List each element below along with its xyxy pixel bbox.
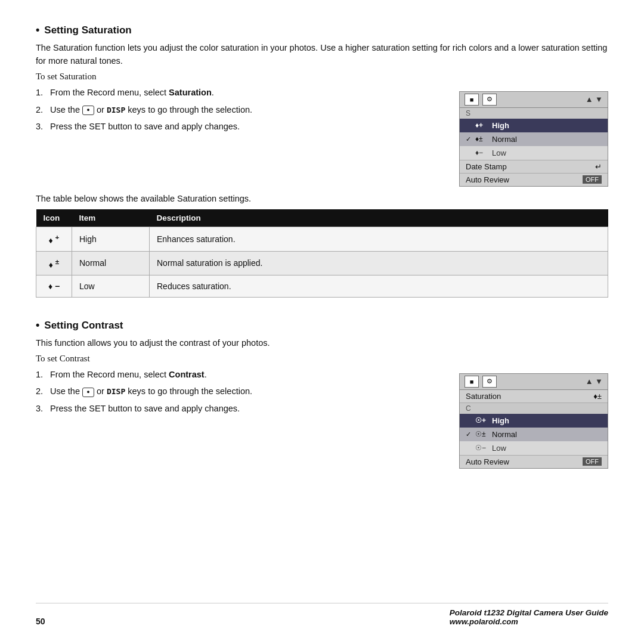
footer-brand-text: Polaroid t1232 Digital Camera User Guide bbox=[450, 608, 608, 617]
cam-con-normal: ✓ ☉± Normal bbox=[460, 428, 608, 441]
cam-con-header-icons: ■ ⚙ bbox=[465, 376, 497, 388]
cam-con-saturation-row: Saturation ♦± bbox=[460, 390, 608, 403]
contrast-sub-title: To set Contrast bbox=[36, 354, 608, 364]
cam-con-high-label: High bbox=[492, 416, 509, 425]
con-step-2: 2. Use the ● or DISP keys to go through … bbox=[36, 384, 441, 399]
bullet-icon: • bbox=[36, 24, 39, 36]
camera-icon-box: ■ bbox=[465, 94, 479, 106]
saturation-steps-with-ui: 1. From the Record menu, select Saturati… bbox=[36, 85, 608, 187]
table-row: ♦ ± Normal Normal saturation is applied. bbox=[36, 251, 608, 275]
cam-sat-header: ■ ⚙ ▲ ▼ bbox=[460, 92, 608, 108]
item-low: Low bbox=[72, 275, 150, 298]
contrast-body: This function allows you to adjust the c… bbox=[36, 336, 608, 349]
col-icon: Icon bbox=[36, 209, 72, 227]
icon-low: ♦ − bbox=[36, 275, 72, 298]
cam-arrows: ▲ ▼ bbox=[586, 95, 603, 104]
table-intro-text: The table below shows the available Satu… bbox=[36, 194, 608, 203]
sat-step-3: 3. Press the SET button to save and appl… bbox=[36, 119, 441, 134]
cam-con-normal-label: Normal bbox=[492, 430, 517, 439]
record-icon-2: ● bbox=[82, 388, 94, 397]
cam-sat-high: ♦+ High bbox=[460, 119, 608, 132]
con-step-3: 3. Press the SET button to save and appl… bbox=[36, 401, 441, 416]
col-desc: Description bbox=[150, 209, 608, 227]
cam-sat-datestamp: Date Stamp ↵ bbox=[460, 160, 608, 173]
cam-con-row-c: C bbox=[460, 403, 608, 414]
sat-step-1: 1. From the Record menu, select Saturati… bbox=[36, 85, 441, 100]
saturation-title-text: Setting Saturation bbox=[44, 24, 131, 36]
camera-icon-box-2: ■ bbox=[465, 376, 479, 388]
contrast-camera-ui: ■ ⚙ ▲ ▼ Saturation ♦± C ☉+ High ✓ bbox=[459, 373, 608, 469]
footer: 50 Polaroid t1232 Digital Camera User Gu… bbox=[36, 603, 608, 626]
cam-con-high: ☉+ High bbox=[460, 414, 608, 428]
contrast-section: • Setting Contrast This function allows … bbox=[36, 319, 608, 475]
table-row: ♦ + High Enhances saturation. bbox=[36, 227, 608, 251]
cam-header-icons: ■ ⚙ bbox=[465, 94, 497, 106]
sat-step-2: 2. Use the ● or DISP keys to go through … bbox=[36, 103, 441, 117]
table-row: ♦ − Low Reduces saturation. bbox=[36, 275, 608, 298]
settings-icon-box: ⚙ bbox=[482, 94, 497, 106]
saturation-table: Icon Item Description ♦ + High Enhances … bbox=[36, 209, 608, 298]
saturation-steps-list: 1. From the Record menu, select Saturati… bbox=[36, 85, 441, 134]
cam-sat-normal: ✓ ♦± Normal bbox=[460, 132, 608, 146]
cam-sat-autoreview: Auto Review OFF bbox=[460, 173, 608, 186]
cam-con-low-label: Low bbox=[492, 444, 506, 453]
page-number: 50 bbox=[36, 617, 45, 626]
cam-sat-low-label: Low bbox=[492, 148, 506, 157]
footer-url: www.polaroid.com bbox=[450, 617, 608, 626]
table-header-row: Icon Item Description bbox=[36, 209, 608, 227]
desc-normal: Normal saturation is applied. bbox=[150, 251, 608, 275]
cam-sat-high-label: High bbox=[492, 121, 509, 130]
saturation-sub-title: To set Saturation bbox=[36, 72, 608, 82]
contrast-title: • Setting Contrast bbox=[36, 319, 608, 332]
page: • Setting Saturation The Saturation func… bbox=[0, 0, 644, 644]
cam-sat-row-s: S bbox=[460, 108, 608, 119]
col-item: Item bbox=[72, 209, 150, 227]
desc-high: Enhances saturation. bbox=[150, 227, 608, 251]
icon-high: ♦ + bbox=[36, 227, 72, 251]
cam-con-autoreview: Auto Review OFF bbox=[460, 455, 608, 468]
bullet-icon-2: • bbox=[36, 319, 39, 332]
record-icon: ● bbox=[82, 106, 94, 115]
saturation-steps-col: 1. From the Record menu, select Saturati… bbox=[36, 85, 441, 187]
cam-sat-low: ♦− Low bbox=[460, 146, 608, 160]
contrast-steps-list: 1. From the Record menu, select Contrast… bbox=[36, 367, 441, 416]
item-high: High bbox=[72, 227, 150, 251]
contrast-steps-with-ui: 1. From the Record menu, select Contrast… bbox=[36, 367, 608, 469]
contrast-steps-col: 1. From the Record menu, select Contrast… bbox=[36, 367, 441, 469]
icon-normal: ♦ ± bbox=[36, 251, 72, 275]
saturation-title: • Setting Saturation bbox=[36, 24, 608, 36]
saturation-section: • Setting Saturation The Saturation func… bbox=[36, 24, 608, 309]
footer-brand-block: Polaroid t1232 Digital Camera User Guide… bbox=[450, 608, 608, 626]
cam-sat-normal-label: Normal bbox=[492, 135, 517, 144]
desc-low: Reduces saturation. bbox=[150, 275, 608, 298]
saturation-camera-ui: ■ ⚙ ▲ ▼ S ♦+ High ✓ ♦± Normal bbox=[459, 91, 608, 187]
cam-arrows-2: ▲ ▼ bbox=[586, 377, 603, 386]
contrast-title-text: Setting Contrast bbox=[44, 320, 123, 332]
settings-icon-box-2: ⚙ bbox=[482, 376, 497, 388]
item-normal: Normal bbox=[72, 251, 150, 275]
cam-con-low: ☉− Low bbox=[460, 441, 608, 455]
cam-con-header: ■ ⚙ ▲ ▼ bbox=[460, 374, 608, 390]
saturation-body: The Saturation function lets you adjust … bbox=[36, 41, 608, 68]
con-step-1: 1. From the Record menu, select Contrast… bbox=[36, 367, 441, 382]
